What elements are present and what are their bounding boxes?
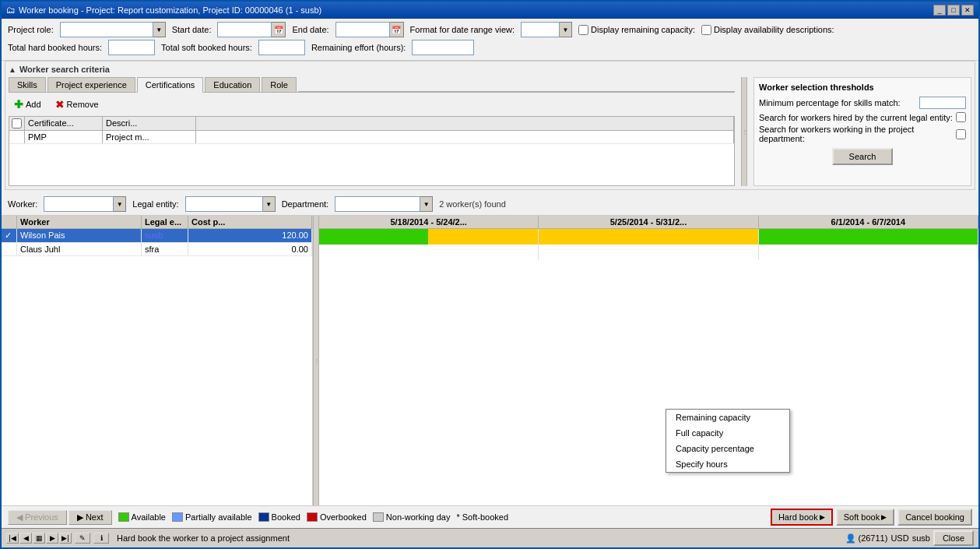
dept-input[interactable]: Any department	[335, 196, 420, 212]
remaining-capacity-item[interactable]: Remaining capacity	[666, 410, 789, 425]
project-role-dropdown[interactable]: Project Manager ▼	[60, 22, 166, 37]
dept-dropdown[interactable]: Any department ▼	[335, 196, 433, 212]
currency-label: USD	[890, 533, 908, 543]
worker-arrow[interactable]: ▼	[114, 196, 126, 212]
edit-button[interactable]: ✎	[75, 533, 90, 544]
available-label: Available	[132, 512, 166, 522]
main-content: Worker: Any worker ▼ Legal entity: Any l…	[2, 193, 978, 528]
soft-booked-label: * Soft-booked	[456, 512, 508, 522]
total-soft-input[interactable]: 0.00	[258, 40, 305, 55]
hard-book-button[interactable]: Hard book ▶	[771, 509, 833, 526]
capacity-percentage-item[interactable]: Capacity percentage	[666, 441, 789, 456]
window-title: Worker booking - Project: Report customi…	[19, 5, 321, 15]
legal-input[interactable]: Any legal entity	[185, 196, 263, 212]
close-button-status[interactable]: Close	[933, 530, 974, 546]
worker-row-1[interactable]: Claus Juhl sfra 0.00	[2, 243, 312, 256]
start-date-field[interactable]: 5/22/2014 📅	[217, 22, 286, 37]
hired-checkbox[interactable]	[956, 112, 966, 122]
tab-project-experience[interactable]: Project experience	[47, 77, 135, 92]
worker-dropdown[interactable]: Any worker ▼	[44, 196, 126, 212]
display-availability-checkbox[interactable]	[701, 25, 711, 35]
remove-icon: ✖	[55, 98, 65, 111]
end-date-field[interactable]: 6/6/2014 📅	[335, 22, 404, 37]
window-controls: _ □ ✕	[933, 5, 974, 16]
format-input[interactable]: Weeks	[521, 22, 560, 37]
project-role-label: Project role:	[8, 25, 54, 34]
dept-checkbox[interactable]	[956, 129, 966, 139]
select-all-checkbox[interactable]	[12, 118, 22, 128]
maximize-button[interactable]: □	[947, 5, 960, 16]
available-color	[118, 512, 129, 522]
cancel-booking-button[interactable]: Cancel booking	[897, 509, 972, 526]
status-message: Hard book the worker to a project assign…	[112, 533, 842, 543]
nav-grid[interactable]: ▦	[33, 533, 45, 544]
end-date-calendar-icon[interactable]: 📅	[390, 22, 404, 37]
tab-education[interactable]: Education	[205, 77, 260, 92]
tab-certifications[interactable]: Certifications	[137, 77, 204, 93]
format-arrow[interactable]: ▼	[560, 22, 572, 37]
next-button[interactable]: ▶ Next	[68, 510, 112, 525]
add-button[interactable]: ✚ Add	[9, 96, 47, 113]
legend-partial: Partially available	[172, 512, 252, 522]
criteria-section: ▲ Worker search criteria Skills Project …	[5, 61, 975, 190]
worker-row-0[interactable]: ✓ Wilson Pais susb 120.00	[2, 229, 312, 243]
legal-entity-header[interactable]: Legal e...	[142, 216, 188, 228]
nav-first[interactable]: |◀	[6, 533, 19, 544]
format-dropdown[interactable]: Weeks ▼	[521, 22, 572, 37]
total-hard-input[interactable]: 0.00	[108, 40, 155, 55]
cert-row-0[interactable]: PMP Project m...	[9, 131, 734, 144]
worker-row-check-1[interactable]	[2, 243, 17, 255]
previous-button[interactable]: ◀ Previous	[8, 510, 67, 525]
legal-arrow[interactable]: ▼	[263, 196, 276, 212]
start-date-calendar-icon[interactable]: 📅	[272, 22, 286, 37]
nav-prev[interactable]: ◀	[19, 533, 32, 544]
start-date-input[interactable]: 5/22/2014	[217, 22, 272, 37]
display-availability-label: Display availability descriptions:	[714, 25, 834, 34]
total-soft-label: Total soft booked hours:	[161, 43, 252, 52]
partial-label: Partially available	[185, 512, 252, 522]
gantt-resizer[interactable]: ⋮	[313, 216, 319, 505]
info-button[interactable]: ℹ	[93, 533, 109, 544]
legal-dropdown[interactable]: Any legal entity ▼	[185, 196, 276, 212]
gantt-cell-0-2	[759, 229, 978, 245]
display-remaining-checkbox[interactable]	[578, 25, 588, 35]
legend-bar: ◀ Previous ▶ Next Available Partially av…	[2, 505, 978, 528]
tab-skills[interactable]: Skills	[9, 77, 46, 92]
hard-book-arrow: ▶	[820, 513, 825, 521]
extra-header	[196, 117, 734, 130]
add-label: Add	[26, 100, 41, 109]
end-date-input[interactable]: 6/6/2014	[335, 22, 390, 37]
close-button[interactable]: ✕	[961, 5, 974, 16]
legend-nav: ◀ Previous ▶ Next	[8, 510, 112, 525]
tab-role[interactable]: Role	[262, 77, 297, 92]
worker-name-header[interactable]: Worker	[17, 216, 142, 228]
action-buttons: Hard book ▶ Soft book ▶ Cancel booking	[771, 509, 972, 526]
remove-button[interactable]: ✖ Remove	[50, 96, 104, 113]
project-role-arrow[interactable]: ▼	[153, 22, 166, 37]
hired-row: Search for workers hired by the current …	[759, 112, 966, 122]
search-button[interactable]: Search	[832, 148, 894, 165]
gantt-cell-0-1	[539, 229, 758, 245]
project-role-input[interactable]: Project Manager	[60, 22, 153, 37]
specify-hours-item[interactable]: Specify hours	[666, 456, 789, 472]
minimize-button[interactable]: _	[933, 5, 946, 16]
worker-table: Worker Legal e... Cost p... ✓ Wilson Pai…	[2, 216, 313, 505]
gantt-cell-0-0	[319, 229, 539, 245]
gantt-col-1[interactable]: 5/25/2014 - 5/31/2...	[539, 216, 758, 228]
worker-row-check-0[interactable]: ✓	[2, 229, 17, 242]
cost-price-header[interactable]: Cost p...	[188, 216, 312, 228]
collapse-icon[interactable]: ▲	[9, 65, 16, 74]
soft-book-button[interactable]: Soft book ▶	[836, 509, 894, 526]
worker-input[interactable]: Any worker	[44, 196, 114, 212]
gantt-col-0[interactable]: 5/18/2014 - 5/24/2...	[319, 216, 539, 228]
remaining-input[interactable]: 0.00	[412, 40, 474, 55]
nav-last[interactable]: ▶|	[59, 533, 72, 544]
grid-header: Certificate... Descri...	[9, 117, 734, 131]
gantt-col-2[interactable]: 6/1/2014 - 6/7/2014	[759, 216, 978, 228]
resizer[interactable]: ⋮	[741, 77, 747, 186]
min-skills-input[interactable]: 100.00	[919, 97, 966, 109]
nav-next[interactable]: ▶	[46, 533, 58, 544]
full-capacity-item[interactable]: Full capacity	[666, 425, 789, 441]
dept-arrow[interactable]: ▼	[420, 196, 433, 212]
hired-label: Search for workers hired by the current …	[759, 113, 953, 122]
